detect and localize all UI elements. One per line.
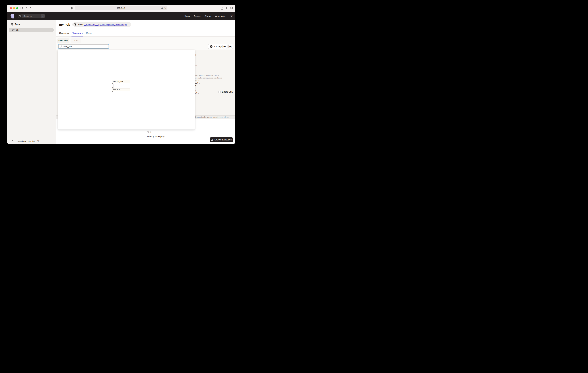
job-tabs: Overview Playground Runs (59, 32, 92, 36)
app-nav: Runs Assets Status Workspace ⚙ (185, 14, 233, 18)
browser-toolbar: 127.0.0.1 Ax ↻ (7, 5, 235, 12)
nav-runs[interactable]: Runs (185, 15, 190, 17)
code-line: er?: ... (194, 92, 199, 94)
settings-gear-icon[interactable]: ⚙ (230, 14, 233, 18)
op-selector-input[interactable]: *add_two (58, 44, 109, 49)
share-icon[interactable] (221, 7, 223, 10)
browser-window: 127.0.0.1 Ax ↻ (7, 5, 235, 144)
sidebar-title: Jobs (11, 23, 20, 26)
address-bar[interactable]: 127.0.0.1 Ax ↻ (75, 6, 167, 10)
url-text: 127.0.0.1 (117, 7, 125, 9)
errors-only-label: Errors Only (222, 90, 233, 93)
minimize-window-button[interactable] (13, 7, 15, 9)
main-panel: my_job Job in __repository__my_job@pipel… (56, 20, 235, 144)
code-line: : ... (194, 64, 197, 66)
search-input[interactable]: Search... / (18, 14, 45, 18)
badge-prefix: Job in (77, 23, 83, 26)
op-graph-selector-icon (60, 45, 62, 48)
code-line: ree?: ... (194, 82, 200, 84)
text-caret (73, 45, 73, 48)
strip-divider (56, 43, 235, 43)
input-port-dot (112, 87, 113, 88)
reload-icon[interactable]: ↻ (164, 7, 166, 9)
search-shortcut-badge: / (41, 14, 45, 18)
autocomplete-hint: +Space to show auto-completions inline. (194, 116, 229, 119)
code-line: solid is not present in the current (195, 74, 219, 76)
new-tab-icon[interactable] (225, 7, 228, 10)
content: Jobs my_job __repository__my_job ↻ my_jo… (7, 20, 235, 144)
plus-circle-icon: + (210, 45, 212, 48)
job-graph-icon (74, 23, 76, 25)
launch-execution-button[interactable]: Launch Execution (210, 137, 233, 142)
code-line: red. */ (194, 79, 199, 81)
external-link-icon (211, 139, 213, 141)
add-config-tab[interactable]: + Add... (71, 38, 81, 43)
code-line: : ... (194, 72, 197, 74)
edge-connector (113, 84, 114, 89)
badge-refresh-icon[interactable]: ↻ (128, 23, 129, 26)
autocomplete-icon: ••A (223, 45, 226, 48)
graph-node-return-one[interactable]: return_one (112, 80, 130, 83)
zoom-window-button[interactable] (16, 7, 18, 9)
nav-workspace[interactable]: Workspace (215, 15, 226, 17)
title-row: my_job Job in __repository__my_job@pipel… (59, 22, 131, 27)
page-title: my_job (59, 23, 70, 26)
search-placeholder: Search... (23, 15, 32, 17)
autocomplete-button[interactable]: ••A (222, 44, 227, 49)
ops-section-label: OPS (147, 131, 151, 133)
search-icon (18, 14, 22, 18)
tab-playground[interactable]: Playground (72, 32, 83, 36)
dagster-logo[interactable] (10, 14, 15, 19)
repository-name: __repository__my_job (15, 140, 35, 142)
svg-text:x: x (162, 8, 163, 9)
new-run-tab[interactable]: New Run (57, 38, 69, 43)
code-line: lection, the config values are allowed (194, 77, 222, 79)
output-port-dot (112, 83, 113, 84)
repository-refresh-icon[interactable]: ↻ (37, 140, 39, 142)
expand-panel-button[interactable]: ▶▯ (228, 44, 233, 49)
errors-only-checkbox[interactable] (218, 91, 221, 93)
run-config-strip: New Run + Add... (56, 37, 235, 50)
output-port-dot (112, 91, 113, 92)
graph-node-add-two[interactable]: add_two (112, 88, 130, 91)
code-line: ... (196, 56, 197, 59)
app-header: Search... / Runs Assets Status Workspace… (7, 12, 235, 20)
back-button[interactable] (25, 7, 28, 10)
repository-footer: __repository__my_job ↻ (7, 138, 55, 144)
nav-assets[interactable]: Assets (194, 15, 200, 17)
code-line: ne?: ... (194, 85, 200, 87)
op-graph-popover: return_one add_two (58, 50, 195, 130)
translate-icon[interactable]: Ax (161, 7, 163, 9)
forward-button[interactable] (29, 7, 32, 10)
pipeline-file-link[interactable]: __repository__my_job@pipeline_execution.… (84, 23, 127, 26)
ops-empty-text: Nothing to display. (147, 135, 165, 138)
screenshot-stage: 127.0.0.1 Ax ↻ (0, 0, 242, 154)
errors-only-row: Errors Only (218, 90, 233, 93)
panel-divider (145, 131, 145, 144)
tab-overview[interactable]: Overview (59, 32, 69, 36)
op-selector-value: *add_two (63, 45, 72, 48)
window-controls (10, 7, 18, 9)
close-window-button[interactable] (10, 7, 12, 9)
tab-runs[interactable]: Runs (86, 32, 91, 36)
tab-overview-icon[interactable] (230, 7, 233, 10)
jobs-sidebar: Jobs my_job __repository__my_job ↻ (7, 20, 56, 144)
add-tags-button[interactable]: + Add tags (208, 44, 224, 49)
job-graph-icon (11, 23, 13, 25)
play-panel-icon: ▶▯ (230, 45, 232, 48)
job-origin-badge: Job in __repository__my_job@pipeline_exe… (72, 22, 131, 27)
privacy-shield-icon (70, 7, 73, 10)
nav-status[interactable]: Status (204, 15, 211, 17)
bottom-panel: OPS Nothing to display. Launch Execution (56, 131, 235, 144)
folder-icon (11, 140, 13, 142)
sidebar-item-my-job[interactable]: my_job (9, 28, 53, 32)
sidebar-toggle-icon[interactable] (20, 7, 23, 10)
